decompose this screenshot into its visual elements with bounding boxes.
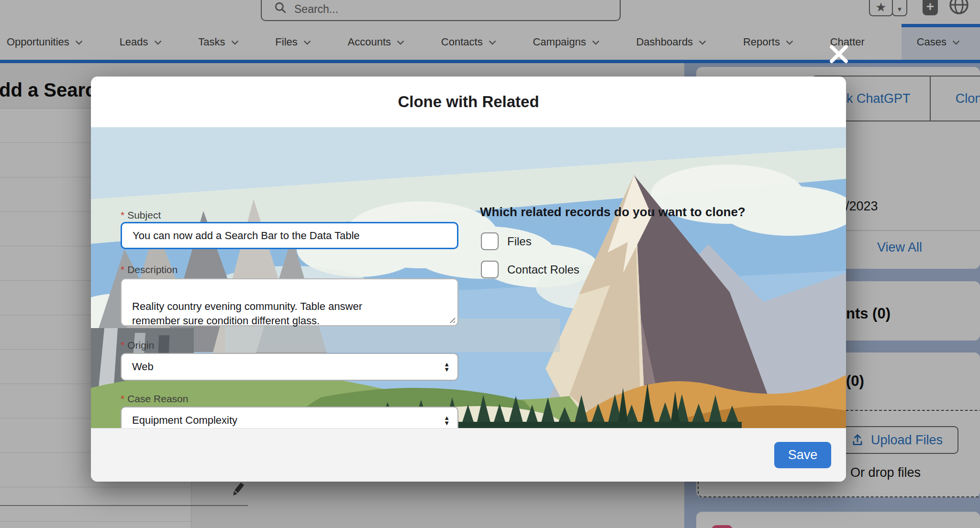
required-asterisk: * <box>121 340 124 351</box>
contact-roles-checkbox[interactable] <box>481 261 499 278</box>
origin-field-label: * Origin <box>121 340 154 351</box>
modal-close-button[interactable] <box>829 44 849 64</box>
save-button[interactable]: Save <box>774 442 831 468</box>
modal-footer: Save <box>91 428 846 482</box>
required-asterisk: * <box>121 209 124 221</box>
resize-grip-icon[interactable] <box>448 316 455 323</box>
required-asterisk: * <box>121 393 124 405</box>
case-reason-select[interactable]: Equipment Complexity ▲▼ <box>121 407 458 428</box>
modal-title: Clone with Related <box>398 93 539 111</box>
files-checkbox-row: Files <box>481 232 532 250</box>
contact-roles-checkbox-row: Contact Roles <box>481 261 579 278</box>
mountain-illustration <box>91 127 846 428</box>
modal-header: Clone with Related <box>91 77 846 127</box>
close-icon <box>829 44 849 64</box>
subject-input[interactable]: You can now add a Search Bar to the Data… <box>121 222 458 249</box>
select-stepper-icon: ▲▼ <box>444 362 450 372</box>
files-checkbox[interactable] <box>481 232 499 250</box>
select-stepper-icon: ▲▼ <box>444 415 450 426</box>
origin-select[interactable]: Web ▲▼ <box>121 353 458 381</box>
salesforce-app-window: Search... ★ ▼ + Opportunities <box>0 0 980 528</box>
origin-value: Web <box>132 361 154 373</box>
case-reason-field-label: * Case Reason <box>121 393 188 405</box>
required-asterisk: * <box>121 264 124 275</box>
description-field-label: * Description <box>121 264 178 275</box>
files-checkbox-label: Files <box>507 235 532 248</box>
subject-value: You can now add a Search Bar to the Data… <box>133 230 360 242</box>
related-records-question: Which related records do you want to clo… <box>480 205 746 220</box>
subject-field-label: * Subject <box>121 209 161 221</box>
modal-body: * Subject You can now add a Search Bar t… <box>91 127 846 428</box>
description-textarea[interactable]: Reality country evening community. Table… <box>121 278 458 326</box>
clone-with-related-modal: Clone with Related <box>91 77 846 482</box>
description-value: Reality country evening community. Table… <box>132 300 362 327</box>
case-reason-value: Equipment Complexity <box>132 414 237 427</box>
contact-roles-checkbox-label: Contact Roles <box>507 263 579 276</box>
